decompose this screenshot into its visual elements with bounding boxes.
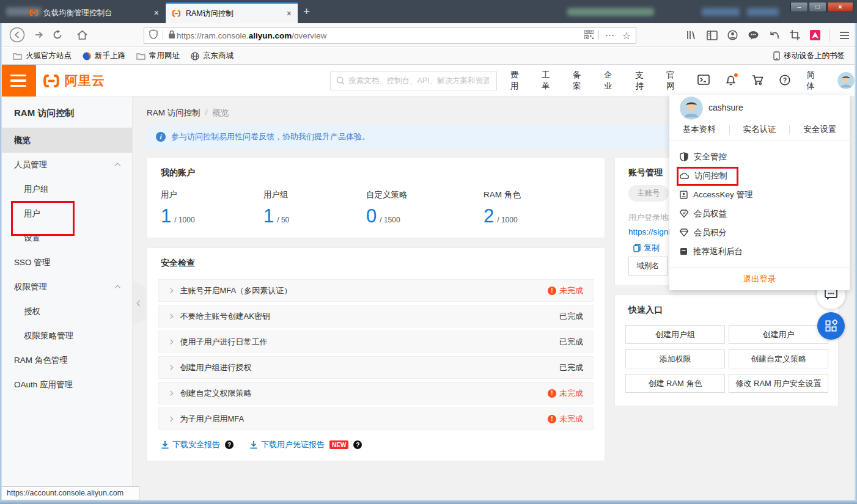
sidebar-item-oauth-apps[interactable]: OAuth 应用管理	[2, 373, 132, 397]
logout-button[interactable]: 退出登录	[669, 268, 850, 290]
domain-alias-button[interactable]: 域别名	[628, 257, 668, 276]
sidebar-item-grants[interactable]: 授权	[2, 299, 132, 324]
account-icon[interactable]	[727, 30, 738, 40]
minimize-button[interactable]: –	[790, 2, 808, 12]
tracking-protection-icon[interactable]	[149, 29, 158, 42]
home-icon[interactable]	[76, 29, 88, 40]
tab-close-icon[interactable]: ×	[148, 8, 159, 18]
nav-tickets[interactable]: 工单	[542, 70, 557, 92]
new-tab-button[interactable]: +	[303, 5, 310, 18]
url-bar[interactable]: https://ram.console.aliyun.com/overview …	[144, 27, 636, 44]
menu-item-security-control[interactable]: 安全管控	[669, 147, 850, 166]
undo-icon[interactable]	[769, 31, 780, 40]
qr-code-icon[interactable]	[584, 30, 594, 42]
bookmark-firefox-official[interactable]: 火狐官方站点	[13, 51, 72, 61]
tab-load-balancer[interactable]: 负载均衡管理控制台 ×	[23, 2, 166, 23]
crop-icon[interactable]	[790, 30, 800, 40]
close-button[interactable]: ×	[827, 2, 853, 12]
copy-link[interactable]: 复制	[633, 243, 660, 254]
cloudshell-icon[interactable]	[697, 75, 710, 87]
menu-item-accesskey[interactable]: AccessKey 管理	[669, 185, 850, 204]
sidebar-item-user-groups[interactable]: 用户组	[2, 177, 132, 202]
tab-close-icon[interactable]: ×	[281, 9, 292, 18]
wechat-icon[interactable]	[748, 31, 759, 40]
basic-profile-link[interactable]: 基本资料	[683, 124, 716, 135]
tab-ram-console[interactable]: RAM访问控制 ×	[166, 2, 298, 23]
aliyun-logo[interactable]: 阿里云	[42, 65, 105, 97]
user-dropdown-menu: cashsure 基本资料 实名认证 安全设置 安全管控 访问控制 Access…	[669, 95, 850, 290]
realname-verify-link[interactable]: 实名认证	[743, 124, 776, 135]
bookmark-jd-mall[interactable]: 京东商城	[191, 51, 234, 61]
help-icon[interactable]: ?	[779, 75, 790, 87]
back-icon[interactable]	[9, 27, 25, 43]
menu-hamburger-icon[interactable]	[839, 31, 850, 40]
menu-item-member-benefits[interactable]: 会员权益	[669, 204, 850, 223]
sidebar-group-permissions[interactable]: 权限管理	[2, 275, 132, 299]
sidebar-item-policies[interactable]: 权限策略管理	[2, 324, 132, 348]
create-custom-policy-button[interactable]: 创建自定义策略	[729, 349, 828, 368]
nav-enterprise[interactable]: 企业	[604, 70, 619, 92]
sidebar-item-ram-roles[interactable]: RAM 角色管理	[2, 348, 132, 373]
security-row[interactable]: 创建用户组进行授权 已完成	[158, 356, 594, 379]
tab-title: 负载均衡管理控制台	[43, 8, 112, 18]
console-search[interactable]	[330, 71, 497, 90]
bookmark-getting-started[interactable]: 新手上路	[83, 51, 125, 61]
aliyun-favicon	[29, 9, 39, 16]
cart-icon[interactable]	[752, 75, 763, 87]
screenshot-tool-icon[interactable]	[810, 30, 820, 40]
language-switch[interactable]: 简体	[806, 70, 822, 92]
nav-support[interactable]: 支持	[635, 70, 650, 92]
stat-value[interactable]: 1	[161, 206, 171, 225]
security-check-list: 主账号开启MFA（多因素认证） !未完成 不要给主账号创建AK密钥 已完成 使用…	[158, 279, 594, 433]
stat-value[interactable]: 0	[366, 206, 377, 225]
nav-website[interactable]: 官网	[666, 70, 682, 92]
download-credential-report-link[interactable]: 下载用户凭证报告	[249, 439, 325, 450]
report-links: 下载安全报告 ? 下载用户凭证报告 NEW ?	[161, 439, 362, 450]
mobile-bookmarks[interactable]: 移动设备上的书签	[773, 51, 845, 61]
console-menu-button[interactable]	[0, 65, 36, 97]
sidebar-item-sso[interactable]: SSO 管理	[2, 250, 132, 275]
modify-ram-security-button[interactable]: 修改 RAM 用户安全设置	[729, 374, 828, 393]
security-settings-link[interactable]: 安全设置	[803, 124, 836, 135]
security-row[interactable]: 创建自定义权限策略 !未完成	[158, 382, 594, 404]
create-user-group-button[interactable]: 创建用户组	[625, 325, 725, 344]
security-row[interactable]: 主账号开启MFA（多因素认证） !未完成	[158, 279, 594, 302]
globe-icon	[191, 52, 199, 60]
user-avatar[interactable]	[837, 71, 855, 90]
sidebar-group-identities[interactable]: 人员管理	[2, 153, 132, 177]
nav-billing[interactable]: 费用	[510, 70, 526, 92]
status-badge: !未完成	[548, 388, 583, 399]
apps-grid-button[interactable]	[817, 312, 845, 340]
sidebar-collapse-handle[interactable]	[133, 280, 146, 326]
reload-icon[interactable]	[52, 29, 63, 40]
security-row[interactable]: 为子用户启用MFA !未完成	[158, 407, 594, 430]
nav-icp[interactable]: 备案	[573, 70, 588, 92]
help-question-icon[interactable]: ?	[225, 440, 234, 449]
window-controls: – □ ×	[790, 2, 853, 12]
library-icon[interactable]	[686, 30, 697, 40]
sidebar-item-overview[interactable]: 概览	[2, 128, 132, 153]
stat-value[interactable]: 1	[263, 206, 274, 225]
sidebar-toggle-icon[interactable]	[707, 31, 718, 40]
breadcrumb-root[interactable]: RAM 访问控制	[147, 108, 200, 119]
help-question-icon[interactable]: ?	[353, 440, 362, 449]
security-row[interactable]: 不要给主账号创建AK密钥 已完成	[158, 305, 594, 327]
login-address-link[interactable]: https://signin	[628, 227, 675, 236]
maximize-button[interactable]: □	[809, 2, 826, 12]
security-row[interactable]: 使用子用户进行日常工作 已完成	[158, 331, 594, 353]
search-input[interactable]	[348, 76, 489, 85]
create-user-button[interactable]: 创建用户	[729, 325, 828, 344]
add-permission-button[interactable]: 添加权限	[625, 349, 725, 368]
bookmark-star-icon[interactable]: ☆	[622, 30, 631, 42]
notifications-bell-icon[interactable]	[726, 75, 736, 86]
create-ram-role-button[interactable]: 创建 RAM 角色	[625, 374, 725, 393]
page-actions-icon[interactable]: ⋯	[605, 30, 615, 41]
divider	[163, 31, 163, 40]
menu-item-referral-backend[interactable]: 推荐返利后台	[669, 242, 850, 261]
status-badge: 已完成	[559, 337, 583, 348]
forward-icon[interactable]	[32, 29, 45, 40]
stat-value[interactable]: 2	[484, 206, 494, 225]
download-security-report-link[interactable]: 下载安全报告	[161, 439, 220, 450]
bookmark-common-sites[interactable]: 常用网址	[136, 51, 180, 61]
menu-item-member-points[interactable]: 会员积分	[669, 223, 850, 242]
